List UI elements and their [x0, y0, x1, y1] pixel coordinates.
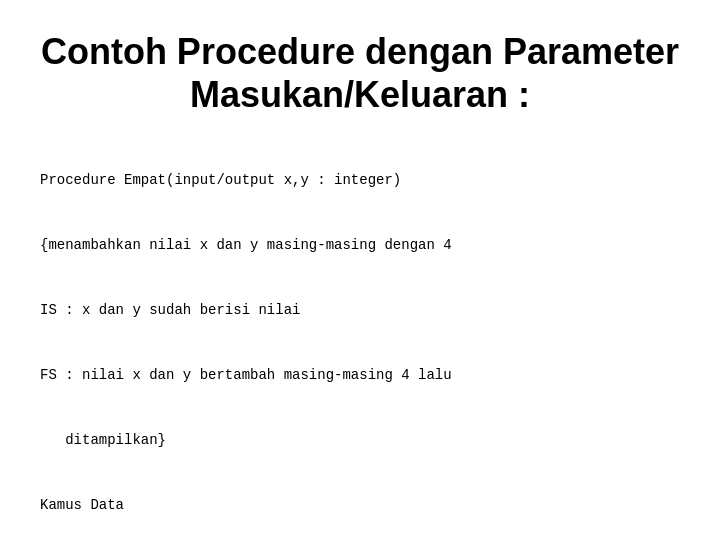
code-block: Procedure Empat(input/output x,y : integ…: [40, 126, 680, 540]
code-line-3: IS : x dan y sudah berisi nilai: [40, 300, 680, 322]
code-line-6: Kamus Data: [40, 495, 680, 517]
code-line-4: FS : nilai x dan y bertambah masing-masi…: [40, 365, 680, 387]
title-section: Contoh Procedure dengan Parameter Masuka…: [40, 30, 680, 116]
title-line1: Contoh Procedure dengan Parameter: [40, 30, 680, 73]
code-line-2: {menambahkan nilai x dan y masing-masing…: [40, 235, 680, 257]
page-container: Contoh Procedure dengan Parameter Masuka…: [0, 0, 720, 540]
code-line-1: Procedure Empat(input/output x,y : integ…: [40, 170, 680, 192]
title-line2: Masukan/Keluaran :: [40, 73, 680, 116]
code-line-5: ditampilkan}: [40, 430, 680, 452]
